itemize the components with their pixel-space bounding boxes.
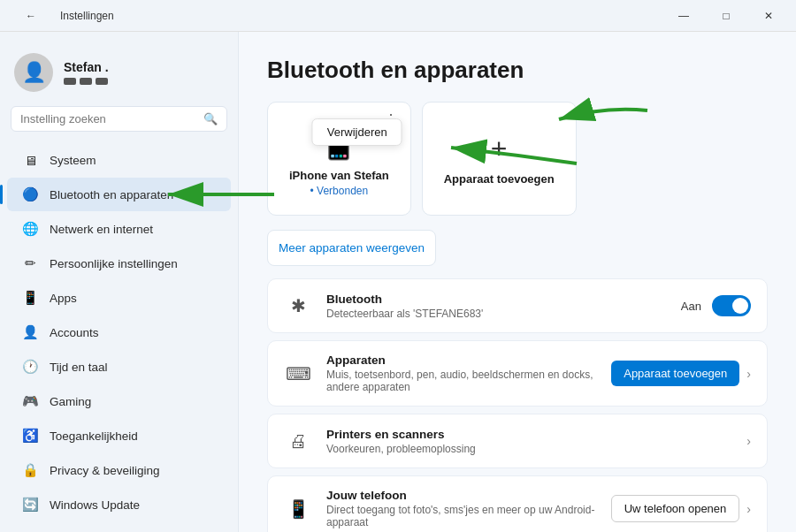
sidebar-item-privacy[interactable]: 🔒 Privacy & beveiliging — [7, 453, 231, 487]
add-plus-icon: + — [491, 133, 508, 165]
nav-icon-privacy: 🔒 — [21, 461, 39, 479]
settings-item-bluetooth[interactable]: ✱ Bluetooth Detecteerbaar als 'STEFANE68… — [267, 278, 768, 333]
titlebar-left: ← Instellingen — [11, 2, 114, 30]
settings-item-apparaten[interactable]: ⌨ Apparaten Muis, toetsenbord, pen, audi… — [267, 340, 768, 407]
nav-icon-toegankelijkheid: ♿ — [21, 427, 39, 445]
settings-icon-apparaten: ⌨ — [284, 360, 312, 388]
settings-desc-apparaten: Muis, toetsenbord, pen, audio, beeldsche… — [326, 369, 597, 393]
sidebar-item-netwerk[interactable]: 🌐 Netwerk en internet — [7, 212, 231, 246]
nav-label-tijd: Tijd en taal — [50, 361, 108, 374]
add-device-card[interactable]: + Apparaat toevoegen — [422, 102, 577, 216]
app-body: 👤 Stefan . 🔍 🖥 Systeem 🔵 Bluetooth en ap… — [0, 32, 796, 532]
sidebar-item-windows[interactable]: 🔄 Windows Update — [7, 488, 231, 521]
settings-icon-printers: 🖨 — [284, 427, 312, 455]
sidebar-item-gaming[interactable]: 🎮 Gaming — [7, 384, 231, 418]
settings-desc-printers: Voorkeuren, probleemoplossing — [326, 443, 732, 455]
titlebar: ← Instellingen — □ ✕ — [0, 0, 796, 32]
maximize-button[interactable]: □ — [706, 2, 746, 30]
devices-section: ⋮ Verwijderen 📱 iPhone van Stefan Verbon… — [267, 102, 768, 266]
user-info: Stefan . — [64, 60, 109, 85]
nav-icon-apps: 📱 — [21, 289, 39, 307]
sidebar-item-tijd[interactable]: 🕐 Tijd en taal — [7, 350, 231, 384]
sidebar-item-accounts[interactable]: 👤 Accounts — [7, 315, 231, 349]
settings-action-telefoon: Uw telefoon openen › — [611, 495, 751, 522]
settings-desc-telefoon: Direct toegang tot foto's, sms'jes en me… — [326, 504, 597, 528]
settings-title-bluetooth: Bluetooth — [326, 293, 667, 306]
search-input[interactable] — [20, 112, 196, 125]
settings-title-apparaten: Apparaten — [326, 353, 597, 367]
nav-label-netwerk: Netwerk en internet — [50, 223, 153, 236]
settings-list: ✱ Bluetooth Detecteerbaar als 'STEFANE68… — [267, 278, 768, 532]
titlebar-controls: — □ ✕ — [663, 2, 789, 30]
search-box[interactable]: 🔍 — [11, 106, 227, 132]
sidebar-item-bluetooth[interactable]: 🔵 Bluetooth en apparaten — [7, 178, 231, 211]
settings-action-bluetooth: Aan — [681, 295, 751, 316]
nav-label-persoonlijk: Persoonlijke instellingen — [50, 257, 178, 270]
chevron-icon-telefoon: › — [746, 502, 751, 516]
settings-title-printers: Printers en scanners — [326, 428, 732, 441]
sidebar: 👤 Stefan . 🔍 🖥 Systeem 🔵 Bluetooth en ap… — [0, 32, 239, 532]
user-profile: 👤 Stefan . — [0, 46, 238, 106]
page-title: Bluetooth en apparaten — [267, 57, 768, 84]
sidebar-item-toegankelijkheid[interactable]: ♿ Toegankelijkheid — [7, 419, 231, 452]
nav-icon-netwerk: 🌐 — [21, 220, 39, 238]
nav-label-accounts: Accounts — [50, 326, 99, 339]
settings-item-printers[interactable]: 🖨 Printers en scanners Voorkeuren, probl… — [267, 414, 768, 468]
sidebar-item-systeem[interactable]: 🖥 Systeem — [7, 143, 231, 177]
main-content: Bluetooth en apparaten ⋮ Verwijderen 📱 i… — [239, 32, 796, 532]
nav-icon-tijd: 🕐 — [21, 358, 39, 376]
nav-icon-gaming: 🎮 — [21, 392, 39, 410]
minimize-button[interactable]: — — [663, 2, 704, 30]
device-status: Verbonden — [310, 185, 369, 197]
search-icon: 🔍 — [203, 112, 218, 125]
settings-title-telefoon: Jouw telefoon — [326, 489, 597, 502]
sidebar-item-persoonlijk[interactable]: ✏ Persoonlijke instellingen — [7, 247, 231, 280]
titlebar-title: Instellingen — [60, 10, 114, 22]
nav-label-systeem: Systeem — [50, 154, 96, 167]
device-card-iphone[interactable]: ⋮ Verwijderen 📱 iPhone van Stefan Verbon… — [267, 102, 411, 216]
nav-icon-bluetooth: 🔵 — [21, 186, 39, 203]
nav-icon-accounts: 👤 — [21, 323, 39, 341]
action-btn-apparaten[interactable]: Apparaat toevoegen — [611, 361, 739, 386]
action-btn2-telefoon[interactable]: Uw telefoon openen — [611, 495, 740, 522]
nav-label-windows: Windows Update — [50, 498, 140, 512]
chevron-icon-apparaten: › — [746, 367, 751, 381]
chevron-icon-printers: › — [746, 434, 751, 448]
device-name: iPhone van Stefan — [289, 169, 389, 182]
settings-action-apparaten: Apparaat toevoegen › — [611, 361, 751, 386]
user-name: Stefan . — [64, 60, 109, 74]
nav-list: 🖥 Systeem 🔵 Bluetooth en apparaten 🌐 Net… — [0, 142, 238, 522]
nav-icon-persoonlijk: ✏ — [21, 255, 39, 272]
nav-icon-systeem: 🖥 — [21, 151, 39, 169]
nav-label-bluetooth: Bluetooth en apparaten — [50, 188, 173, 201]
devices-row: ⋮ Verwijderen 📱 iPhone van Stefan Verbon… — [267, 102, 768, 216]
meer-apparaten-button[interactable]: Meer apparaten weergeven — [267, 230, 436, 266]
nav-label-apps: Apps — [50, 292, 77, 305]
nav-label-toegankelijkheid: Toegankelijkheid — [50, 429, 138, 443]
verwijderen-popup[interactable]: Verwijderen — [312, 118, 402, 146]
toggle-bluetooth[interactable] — [712, 295, 751, 316]
nav-icon-windows: 🔄 — [21, 496, 39, 513]
nav-label-gaming: Gaming — [50, 395, 91, 408]
settings-icon-telefoon: 📱 — [284, 495, 312, 523]
back-button[interactable]: ← — [11, 2, 51, 30]
settings-desc-bluetooth: Detecteerbaar als 'STEFANE683' — [326, 308, 667, 320]
avatar: 👤 — [14, 53, 53, 92]
add-device-label: Apparaat toevoegen — [444, 172, 555, 186]
close-button[interactable]: ✕ — [748, 2, 789, 30]
settings-action-printers: › — [746, 434, 751, 448]
settings-item-telefoon[interactable]: 📱 Jouw telefoon Direct toegang tot foto'… — [267, 475, 768, 532]
toggle-label-bluetooth: Aan — [681, 300, 701, 313]
user-dots — [64, 78, 109, 85]
sidebar-item-apps[interactable]: 📱 Apps — [7, 281, 231, 315]
nav-label-privacy: Privacy & beveiliging — [50, 464, 160, 477]
settings-icon-bluetooth: ✱ — [284, 292, 312, 320]
